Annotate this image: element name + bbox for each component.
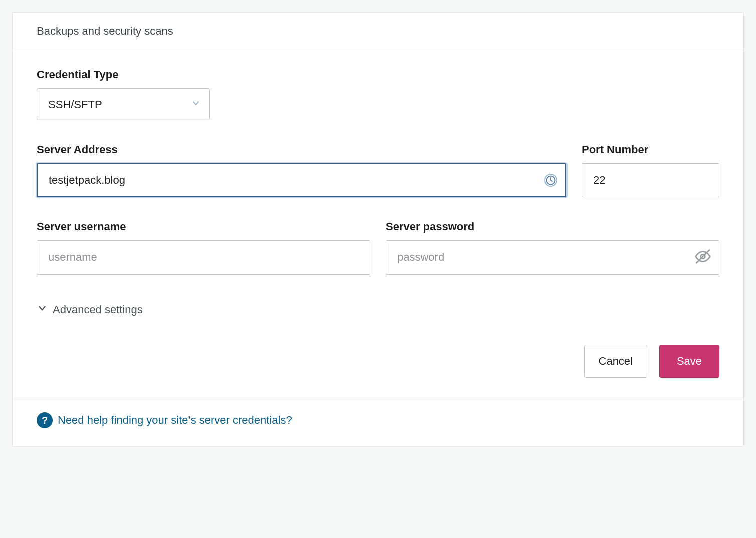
card-title: Backups and security scans (37, 25, 173, 37)
port-label: Port Number (582, 143, 719, 156)
card-footer: ? Need help finding your site's server c… (13, 398, 743, 446)
password-label: Server password (386, 220, 719, 233)
card-body: Credential Type SSH/SFTP Server Address (13, 50, 743, 398)
save-button[interactable]: Save (659, 345, 719, 378)
password-field: Server password (386, 220, 719, 275)
password-input[interactable] (386, 240, 719, 275)
password-wrap (386, 240, 719, 275)
port-input[interactable] (582, 163, 719, 197)
server-address-input[interactable] (37, 163, 566, 197)
form-actions: Cancel Save (37, 345, 719, 378)
credential-type-select-wrap: SSH/SFTP (37, 88, 210, 120)
advanced-settings-toggle[interactable]: Advanced settings (37, 303, 143, 317)
cancel-button[interactable]: Cancel (584, 345, 647, 378)
server-address-field: Server Address (37, 143, 566, 197)
card-header: Backups and security scans (13, 13, 743, 50)
toggle-password-visibility-button[interactable] (694, 248, 711, 267)
credential-type-select[interactable]: SSH/SFTP (37, 88, 210, 120)
port-field: Port Number (582, 143, 719, 197)
help-link-text: Need help finding your site's server cre… (58, 414, 292, 427)
eye-off-icon (694, 248, 711, 267)
username-field: Server username (37, 220, 370, 275)
server-address-wrap (37, 163, 566, 197)
history-icon (543, 173, 558, 188)
help-link[interactable]: ? Need help finding your site's server c… (37, 412, 292, 428)
credentials-row: Server username Server password (37, 220, 719, 275)
username-input[interactable] (37, 240, 370, 275)
advanced-settings-label: Advanced settings (53, 303, 143, 316)
credential-type-field: Credential Type SSH/SFTP (37, 68, 719, 120)
server-address-label: Server Address (37, 143, 566, 156)
credential-type-label: Credential Type (37, 68, 719, 81)
address-port-row: Server Address Port Number (37, 143, 719, 197)
chevron-down-icon (37, 303, 48, 317)
cancel-button-label: Cancel (599, 355, 633, 368)
username-label: Server username (37, 220, 370, 233)
save-button-label: Save (677, 355, 702, 368)
settings-card: Backups and security scans Credential Ty… (12, 12, 744, 447)
help-icon: ? (37, 412, 53, 428)
